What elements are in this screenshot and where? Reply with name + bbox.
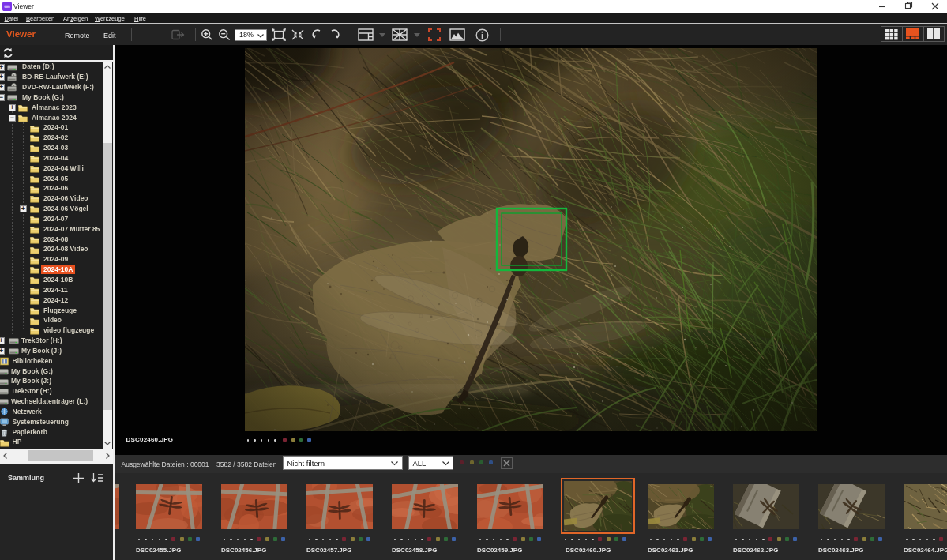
svg-text:VWR: VWR	[4, 6, 10, 9]
